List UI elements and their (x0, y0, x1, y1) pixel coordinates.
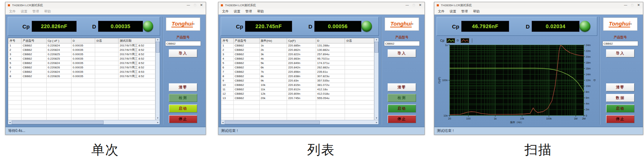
legend-separator (472, 38, 472, 43)
table-row[interactable]: 11CBB6211k220.812n412.18u (221, 87, 374, 92)
clear-button[interactable]: 清零 (169, 83, 197, 91)
svg-text:8m: 8m (586, 91, 589, 93)
table-row[interactable]: 1CBB621k220.885n131.288u (221, 43, 374, 48)
table-row[interactable]: 6CBB620.2208260.000352017/6/7/周三 8:52 (8, 65, 155, 70)
empty-row (8, 92, 155, 96)
svg-text:1u: 1u (445, 44, 448, 46)
table-row[interactable]: 6CBB626k220.842n262.882u (221, 65, 374, 70)
scrollbar-thumb[interactable] (375, 42, 379, 53)
scroll-left-icon[interactable]: ◄ (222, 121, 224, 124)
product-model-input[interactable] (165, 41, 201, 46)
scroll-left-icon[interactable]: ◄ (9, 121, 11, 124)
menu-item[interactable]: 管理 (243, 9, 255, 14)
app-icon (7, 4, 11, 7)
empty-row (221, 114, 374, 118)
maximize-button[interactable]: □ (631, 4, 633, 7)
table-row[interactable]: 7CBB627k220.856n235.61u (221, 70, 374, 74)
table-row[interactable]: 10CBB6210k220.815n381.072u (221, 83, 374, 87)
table-row[interactable]: 7CBB620.2208240.000352017/6/7/周三 8:53 (8, 70, 155, 74)
table-row[interactable]: 4CBB624k220.863n95.7021u (221, 57, 374, 61)
cp-display: 220.745nF (245, 21, 292, 32)
start-button[interactable]: 启动 (388, 105, 416, 113)
column-header: 分选 (95, 38, 118, 43)
column-header: D (71, 38, 95, 43)
table-row[interactable]: 13CBB6220k220.745n555.054u (221, 96, 374, 101)
minimize-button[interactable]: — (624, 4, 627, 7)
import-button[interactable]: 导入 (169, 49, 197, 57)
scrollbar-thumb[interactable] (225, 121, 320, 124)
close-button[interactable]: ✕ (200, 4, 203, 7)
scrollbar-thumb[interactable] (12, 121, 104, 124)
table-row[interactable]: 2CBB622k220.862n130.882u (221, 48, 374, 52)
cp-label: Cp (23, 23, 30, 30)
stop-button[interactable]: 停止 (388, 115, 416, 123)
d-curve-icon[interactable] (461, 38, 469, 43)
stop-button[interactable]: 停止 (169, 115, 197, 123)
menu-bar: 文件设置管理帮助 (434, 8, 643, 15)
import-button[interactable]: 导入 (606, 49, 635, 57)
table-row[interactable]: 8CBB620.2208260.000352017/6/7/周三 8:52 (8, 74, 155, 79)
menu-item[interactable]: 管理 (30, 9, 42, 14)
table-row[interactable]: 3CBB620.2208250.000352017/6/7/周三 8:52 (8, 52, 155, 57)
product-model-input[interactable] (384, 41, 420, 46)
scroll-right-icon[interactable]: ► (376, 121, 378, 124)
minimize-button[interactable]: — (187, 4, 190, 7)
clear-button[interactable]: 清零 (606, 83, 635, 91)
start-button[interactable]: 启动 (169, 105, 197, 113)
menu-item[interactable]: 设置 (447, 9, 459, 14)
sidebar: Tonghui® 产品型号 导入 清零检测启动停止 (381, 17, 422, 125)
scroll-down-icon[interactable]: ▼ (157, 117, 159, 120)
table-row[interactable]: 5CBB620.2208240.000352017/6/7/周三 8:52 (8, 61, 155, 65)
maximize-button[interactable]: □ (413, 4, 415, 7)
scroll-down-icon[interactable]: ▼ (376, 117, 378, 120)
table-row[interactable]: 3CBB623k220.822n257.894u (221, 52, 374, 57)
title-bar: TH2835H LCR测试系统 — □ ✕ (5, 2, 206, 8)
table-row[interactable]: 9CBB629k220.83n357.535u (221, 79, 374, 83)
table-row[interactable]: 1CBB620.2208240.000352017/6/7/周三 8:52 (8, 43, 155, 48)
window-sweep: TH2835H LCR测试系统 — □ ✕ 文件设置管理帮助 Cp 46.792… (434, 2, 643, 135)
menu-item[interactable]: 帮助 (470, 9, 482, 14)
scroll-up-icon[interactable]: ▲ (157, 38, 159, 41)
minimize-button[interactable]: — (406, 4, 409, 7)
import-button[interactable]: 导入 (388, 49, 416, 57)
table-row[interactable]: 12CBB6212k220.809n412.018u (221, 92, 374, 96)
cp-display: 46.7926nF (461, 21, 509, 32)
table-row[interactable]: 2CBB620.2208240.000352017/6/7/周三 8:52 (8, 48, 155, 52)
svg-text:20: 20 (448, 117, 451, 120)
table-row[interactable]: 4CBB620.2208250.000352017/6/7/周三 8:52 (8, 57, 155, 61)
detect-button[interactable]: 检测 (169, 94, 197, 102)
menu-item[interactable]: 文件 (7, 9, 18, 14)
menu-item[interactable]: 设置 (231, 9, 243, 14)
menu-item[interactable]: 文件 (220, 9, 231, 14)
column-header: 序号 (221, 38, 234, 43)
vertical-scrollbar[interactable]: ▲ ▼ (155, 38, 160, 120)
table-row[interactable]: 8CBB628k220.838n307.823u (221, 74, 374, 79)
horizontal-scrollbar[interactable]: ◄ ► (221, 120, 379, 124)
table-row[interactable]: 5CBB625k220.849n174.371u (221, 61, 374, 65)
svg-text:0: 0 (586, 114, 587, 117)
svg-text:6m: 6m (586, 96, 589, 99)
detect-button[interactable]: 检测 (388, 94, 416, 102)
menu-item[interactable]: 设置 (18, 9, 30, 14)
horizontal-scrollbar[interactable]: ◄ ► (8, 120, 160, 124)
svg-text:18m: 18m (586, 61, 591, 64)
scrollbar-thumb[interactable] (156, 42, 160, 53)
menu-item[interactable]: 文件 (435, 9, 447, 14)
menu-item[interactable]: 帮助 (42, 9, 53, 14)
menu-item[interactable]: 管理 (459, 9, 470, 14)
menu-item[interactable]: 帮助 (255, 9, 266, 14)
sweep-chart-svg: 201001k10k100k1M2M频率（Hz）1u100n10nCp(F)02… (437, 43, 595, 125)
cp-curve-icon[interactable] (446, 38, 455, 43)
data-button[interactable]: 数据 (606, 94, 635, 102)
close-button[interactable]: ✕ (637, 4, 640, 7)
product-model-input[interactable] (602, 41, 638, 46)
scroll-up-icon[interactable]: ▲ (376, 38, 378, 41)
start-button[interactable]: 启动 (606, 105, 635, 113)
maximize-button[interactable]: □ (194, 4, 196, 7)
close-button[interactable]: ✕ (419, 4, 422, 7)
scroll-right-icon[interactable]: ► (157, 121, 159, 124)
clear-button[interactable]: 清零 (388, 83, 416, 91)
stop-button[interactable]: 停止 (606, 115, 635, 123)
vertical-scrollbar[interactable]: ▲ ▼ (374, 38, 379, 120)
results-table: 序号产品型号Cp ( uF )D分选测试日期1CBB620.2208240.00… (8, 38, 155, 120)
